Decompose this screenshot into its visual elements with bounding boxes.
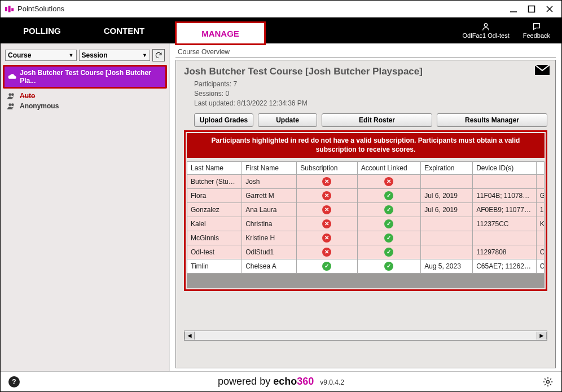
table-cell: ✓ xyxy=(357,259,420,273)
course-meta: Participants: 7 Sessions: 0 Last updated… xyxy=(194,80,547,108)
table-cell: ✓ xyxy=(357,231,420,245)
window-titlebar: PointSolutions xyxy=(1,1,561,17)
table-cell: ✕ xyxy=(297,202,357,217)
course-dropdown-label: Course xyxy=(8,51,31,59)
user-account-button[interactable]: OdlFac1 Odl-test xyxy=(463,22,510,39)
table-cell xyxy=(536,231,544,245)
svg-point-7 xyxy=(484,24,487,27)
sessions-label: Sessions: xyxy=(194,90,223,98)
table-row[interactable]: Butcher (Student))Josh✕✕ xyxy=(187,174,545,188)
table-row[interactable]: GonzalezAna Laura✕✓Jul 6, 2019AF0EB9; 11… xyxy=(187,202,545,217)
table-cell xyxy=(473,174,536,188)
table-cell: ✕ xyxy=(297,174,357,188)
table-cell xyxy=(421,174,473,188)
version-label: v9.0.4.2 xyxy=(320,378,344,386)
results-manager-button[interactable]: Results Manager xyxy=(437,113,547,127)
people-icon xyxy=(7,93,15,99)
table-cell xyxy=(473,231,536,245)
col-subscription[interactable]: Subscription xyxy=(297,161,357,174)
table-cell: Flora xyxy=(187,188,242,202)
horizontal-scrollbar[interactable]: ◄ ► xyxy=(184,331,547,341)
table-cell: OdlStud1 xyxy=(242,245,297,259)
tab-manage-highlight: MANAGE xyxy=(175,17,266,43)
tab-manage[interactable]: MANAGE xyxy=(175,21,266,45)
feedback-label: Feedback xyxy=(523,32,550,39)
chevron-down-icon: ▼ xyxy=(142,52,147,58)
table-cell: ✓ xyxy=(357,188,420,202)
cross-icon: ✕ xyxy=(322,205,331,214)
col-last-name[interactable]: Last Name xyxy=(187,161,242,174)
gear-icon xyxy=(542,376,554,387)
svg-point-10 xyxy=(8,103,11,106)
tab-polling[interactable]: POLLING xyxy=(1,17,84,43)
col-account-linked[interactable]: Account Linked xyxy=(357,161,420,174)
tab-content[interactable]: CONTENT xyxy=(84,17,165,43)
table-cell: Jul 6, 2019 xyxy=(421,188,473,202)
sessions-value: 0 xyxy=(225,90,229,98)
svg-rect-0 xyxy=(5,7,7,11)
check-icon: ✓ xyxy=(384,191,393,200)
cross-icon: ✕ xyxy=(322,177,331,186)
table-cell: ✕ xyxy=(357,174,420,188)
check-icon: ✓ xyxy=(384,234,393,243)
table-cell: Kristine H xyxy=(242,231,297,245)
table-cell: K xyxy=(536,217,544,231)
course-list-item-selected[interactable]: Josh Butcher Test Course [Josh Butcher P… xyxy=(5,67,165,87)
svg-point-13 xyxy=(547,381,550,384)
col-expiration[interactable]: Expiration xyxy=(421,161,473,174)
footer: ? powered by echo360 v9.0.4.2 xyxy=(1,371,561,391)
scroll-left-button[interactable]: ◄ xyxy=(185,332,195,340)
table-cell: O xyxy=(536,245,544,259)
check-icon: ✓ xyxy=(322,262,331,271)
table-cell: ✕ xyxy=(297,188,357,202)
course-list-item-label: Josh Butcher Test Course [Josh Butcher P… xyxy=(20,69,162,85)
table-row[interactable]: TimlinChelsea A✓✓Aug 5, 2023C65AE7; 1126… xyxy=(187,259,545,273)
table-cell: 11F04B; 110786A7 xyxy=(473,188,536,202)
table-row[interactable]: McGinnisKristine H✕✓ xyxy=(187,231,545,245)
course-list-item[interactable]: Anonymous xyxy=(7,101,163,111)
course-list-item[interactable]: Auto xyxy=(7,91,163,101)
refresh-button[interactable] xyxy=(152,49,165,61)
close-button[interactable] xyxy=(546,5,554,13)
table-cell: Odl-test xyxy=(187,245,242,259)
selected-course-highlight: Josh Butcher Test Course [Josh Butcher P… xyxy=(3,65,167,89)
table-cell: ✓ xyxy=(357,245,420,259)
updated-value: 8/13/2022 12:34:36 PM xyxy=(237,99,308,107)
table-row[interactable]: Odl-testOdlStud1✕✓11297808O xyxy=(187,245,545,259)
course-list-item-label: Anonymous xyxy=(20,102,59,110)
update-button[interactable]: Update xyxy=(258,113,317,127)
course-dropdown[interactable]: Course ▼ xyxy=(5,50,77,61)
chevron-down-icon: ▼ xyxy=(69,52,74,58)
email-button[interactable] xyxy=(535,65,550,77)
table-cell: ✕ xyxy=(297,245,357,259)
table-cell: Gonzalez xyxy=(187,202,242,217)
settings-button[interactable] xyxy=(542,376,554,389)
help-button[interactable]: ? xyxy=(8,376,20,387)
table-row[interactable]: KalelChristina✕✓112375CCK xyxy=(187,217,545,231)
scroll-right-button[interactable]: ► xyxy=(537,332,547,340)
session-dropdown-label: Session xyxy=(82,51,108,59)
table-cell: Timlin xyxy=(187,259,242,273)
window-title: PointSolutions xyxy=(17,5,510,13)
table-cell: McGinnis xyxy=(187,231,242,245)
upload-grades-button[interactable]: Upload Grades xyxy=(194,113,253,127)
table-cell xyxy=(421,217,473,231)
table-row[interactable]: FloraGarrett M✕✓Jul 6, 201911F04B; 11078… xyxy=(187,188,545,202)
maximize-button[interactable] xyxy=(528,5,535,13)
col-device-ids[interactable]: Device ID(s) xyxy=(473,161,536,174)
minimize-button[interactable] xyxy=(510,5,517,13)
table-cell: AF0EB9; 11077C... xyxy=(473,202,536,217)
table-cell: ✓ xyxy=(357,217,420,231)
table-cell xyxy=(421,231,473,245)
table-cell: Butcher (Student)) xyxy=(187,174,242,188)
svg-rect-2 xyxy=(11,8,14,11)
main-area: Course ▼ Session ▼ Josh Butcher Test Cou… xyxy=(1,43,561,371)
col-first-name[interactable]: First Name xyxy=(242,161,297,174)
cross-icon: ✕ xyxy=(322,248,331,257)
roster-highlight-frame: Participants highlighted in red do not h… xyxy=(184,130,547,290)
edit-roster-button[interactable]: Edit Roster xyxy=(322,113,432,127)
feedback-button[interactable]: Feedback xyxy=(523,22,550,39)
cloud-icon xyxy=(8,73,16,80)
session-dropdown[interactable]: Session ▼ xyxy=(79,50,151,61)
col-extra[interactable] xyxy=(536,161,544,174)
